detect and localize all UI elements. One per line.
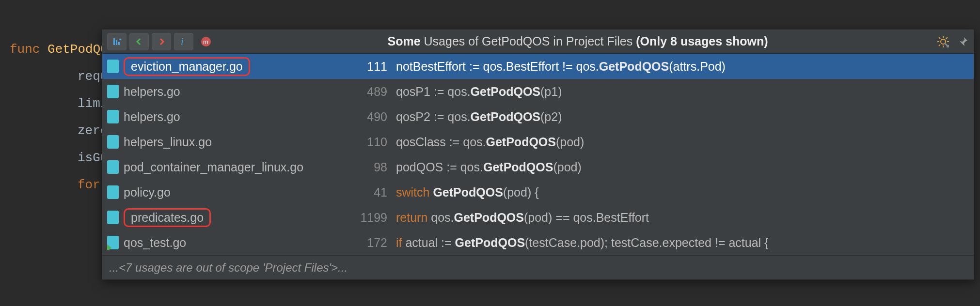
file-cell: policy.go [107,185,340,199]
file-cell: eviction_manager.go [107,57,340,76]
usage-row[interactable]: helpers.go489qosP1 := qos.GetPodQOS(p1) [102,79,974,104]
prev-usage-button[interactable] [129,33,149,50]
usage-row[interactable]: policy.go41switch GetPodQOS(pod) { [102,180,974,205]
usage-list: eviction_manager.go111notBestEffort := q… [102,54,974,255]
svg-text:m: m [203,38,208,46]
usage-row[interactable]: eviction_manager.go111notBestEffort := q… [102,54,974,79]
usage-row[interactable]: helpers.go490qosP2 := qos.GetPodQOS(p2) [102,104,974,129]
line-number: 98 [348,160,387,174]
code-snippet: return qos.GetPodQOS(pod) == qos.BestEff… [396,211,969,225]
code-fragment: zero [10,117,108,144]
file-cell: helpers.go [107,85,340,99]
svg-text:i: i [181,36,184,47]
code-fragment: requ [10,63,108,90]
file-name: predicates.go [124,208,211,227]
popup-footer: ...<7 usages are out of scope 'Project F… [102,255,974,279]
code-snippet: podQOS := qos.GetPodQOS(pod) [396,160,969,174]
keyword-for: for [10,171,100,199]
info-button[interactable]: i [174,33,193,50]
file-name: pod_container_manager_linux.go [124,160,303,174]
pin-icon[interactable] [957,36,969,47]
settings-icon[interactable] [937,35,949,48]
header-right [937,35,969,48]
code-snippet: if actual := GetPodQOS(testCase.pod); te… [396,236,969,250]
code-fragment: limi [10,90,108,117]
line-number: 1199 [348,211,387,225]
go-file-icon [107,236,119,249]
line-number: 490 [348,110,387,124]
go-file-icon [107,110,119,123]
line-number: 110 [348,135,387,149]
go-file-icon [107,160,119,174]
go-file-icon [107,60,119,73]
code-snippet: qosP1 := qos.GetPodQOS(p1) [396,85,969,99]
title-mid: Usages of GetPodQOS in Project Files [421,34,636,48]
file-cell: helpers_linux.go [107,135,340,149]
file-name: eviction_manager.go [124,57,250,76]
code-snippet: qosP2 := qos.GetPodQOS(p2) [396,110,969,124]
line-number: 489 [348,85,387,99]
usage-row[interactable]: pod_container_manager_linux.go98podQOS :… [102,154,974,180]
code-snippet: switch GetPodQOS(pod) { [396,185,969,199]
next-usage-button[interactable] [152,33,171,50]
sort-button[interactable] [107,33,126,50]
file-name: helpers.go [124,85,180,99]
go-file-icon [107,135,119,149]
usage-row[interactable]: predicates.go1199return qos.GetPodQOS(po… [102,205,974,230]
line-number: 172 [348,236,387,250]
svg-line-11 [946,37,948,39]
usages-popup: i m Some Usages of GetPodQOS in Project … [102,29,974,280]
maven-icon[interactable]: m [196,33,216,50]
file-cell: pod_container_manager_linux.go [107,160,340,174]
footer-text: ...<7 usages are out of scope 'Project F… [109,261,348,275]
usage-row[interactable]: qos_test.go172if actual := GetPodQOS(tes… [102,230,974,255]
line-number: 41 [348,185,387,199]
svg-line-10 [939,45,940,46]
popup-header: i m Some Usages of GetPodQOS in Project … [102,30,974,54]
keyword-func: func [10,42,40,57]
code-snippet: notBestEffort := qos.BestEffort != qos.G… [396,60,969,74]
file-name: helpers_linux.go [124,135,212,149]
go-file-icon [107,211,119,224]
file-name: helpers.go [124,110,180,124]
file-cell: predicates.go [107,208,340,227]
code-snippet: qosClass := qos.GetPodQOS(pod) [396,135,969,149]
go-file-icon [107,185,119,199]
usage-row[interactable]: helpers_linux.go110qosClass := qos.GetPo… [102,129,974,154]
line-number: 111 [348,60,387,74]
svg-line-8 [939,37,940,39]
file-name: policy.go [124,185,171,199]
file-cell: qos_test.go [107,236,340,250]
go-file-icon [107,85,119,98]
title-prefix: Some [387,34,420,48]
file-cell: helpers.go [107,110,340,124]
code-fragment: isGu [10,144,108,171]
file-name: qos_test.go [124,236,186,250]
title-suffix: (Only 8 usages shown) [636,34,768,48]
popup-title: Some Usages of GetPodQOS in Project File… [219,34,937,48]
